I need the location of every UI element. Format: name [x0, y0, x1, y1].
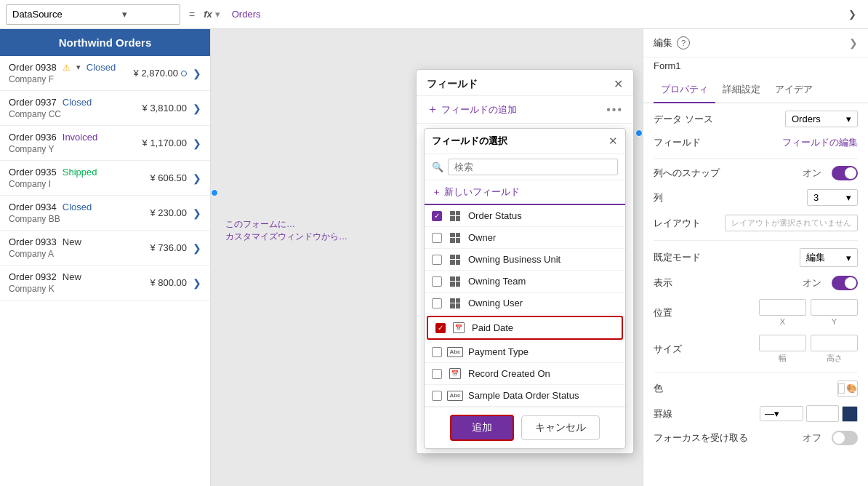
datasource-prop-select[interactable]: Orders ▾: [785, 111, 858, 127]
selection-dot: [181, 71, 187, 76]
size-inputs: 926 342 幅 高さ: [759, 335, 858, 364]
field-type-icon-grid: [448, 255, 462, 265]
list-item-main: Order 0935 Shipped Company I: [9, 167, 150, 189]
topbar-collapse-button[interactable]: ❯: [842, 4, 862, 25]
layout-placeholder: レイアウトが選択されていません: [731, 218, 851, 228]
tab-properties[interactable]: プロパティ: [654, 77, 715, 103]
fields-panel-more-icon[interactable]: •••: [606, 103, 623, 116]
help-icon: ?: [681, 39, 686, 47]
properties-panel: 編集 ? ❯ Form1 プロパティ 詳細設定 アイデア データ ソース Ord…: [643, 29, 868, 486]
layout-prop-select[interactable]: レイアウトが選択されていません: [725, 215, 858, 231]
fields-panel-add-row[interactable]: ＋ フィールドの追加 •••: [417, 96, 633, 124]
field-checkbox-owner[interactable]: [432, 233, 442, 243]
list-item-main: Order 0932 New Company K: [9, 271, 150, 294]
field-row-owning-user[interactable]: Owning User: [425, 292, 625, 314]
border-width-input[interactable]: 0: [806, 405, 839, 422]
field-search-input[interactable]: [448, 159, 618, 175]
field-checkbox-order-status[interactable]: ✓: [432, 211, 442, 221]
field-row-order-status[interactable]: ✓ Order Status: [425, 205, 625, 227]
props-divider3: [654, 373, 858, 373]
order-status: Shipped: [63, 167, 97, 178]
field-checkbox-owning-user[interactable]: [432, 298, 442, 308]
list-item[interactable]: Order 0935 Shipped Company I ¥ 606.50 ❯: [0, 161, 210, 196]
topbar-chevron-icon: ❯: [848, 9, 856, 20]
snap-on-label: オン: [803, 167, 821, 180]
list-item[interactable]: Order 0933 New Company A ¥ 736.00 ❯: [0, 231, 210, 266]
field-checkbox-sample-data-order-status[interactable]: [432, 391, 442, 401]
field-row-owning-team[interactable]: Owning Team: [425, 271, 625, 292]
field-row-record-created-on[interactable]: 📅 Record Created On: [425, 363, 625, 385]
mode-select-chevron-icon: ▾: [846, 252, 851, 263]
field-row-owning-business-unit[interactable]: Owning Business Unit: [425, 249, 625, 271]
order-id: Order 0934: [9, 202, 57, 212]
list-item[interactable]: Order 0932 New Company K ¥ 800.00 ❯: [0, 266, 210, 300]
size-wh-inputs: 926 342: [759, 335, 858, 351]
field-name-owning-business-unit: Owning Business Unit: [468, 254, 560, 265]
field-checkbox-owning-team[interactable]: [432, 276, 442, 287]
tab-ideas[interactable]: アイデア: [768, 77, 820, 103]
props-color-row: 色 🎨: [654, 381, 858, 397]
datasource-selector[interactable]: DataSource ▾: [6, 4, 180, 25]
focus-toggle[interactable]: [832, 431, 858, 445]
color-picker-button[interactable]: 🎨: [837, 381, 858, 397]
field-checkbox-record-created-on[interactable]: [432, 369, 442, 379]
field-checkbox-payment-type[interactable]: [432, 347, 442, 357]
field-name-paid-date: Paid Date: [472, 322, 513, 333]
fx-chevron-icon: ▾: [215, 9, 220, 20]
y-axis-label: Y: [811, 317, 858, 326]
list-item[interactable]: Order 0934 Closed Company BB ¥ 230.00 ❯: [0, 196, 210, 231]
list-item[interactable]: Order 0938 ⚠ ▾ Closed Company F ¥ 2,870.…: [0, 56, 210, 91]
field-row-payment-type[interactable]: Abc Payment Type: [425, 341, 625, 363]
border-style-select[interactable]: — ▾: [760, 406, 803, 421]
props-collapse-button[interactable]: ❯: [849, 37, 858, 49]
field-panel-footer: 追加 キャンセル: [425, 407, 625, 448]
size-prop-label: サイズ: [654, 343, 753, 356]
list-item-title: Order 0932 New: [9, 271, 150, 282]
field-checkbox-paid-date[interactable]: ✓: [435, 323, 446, 333]
tab-advanced[interactable]: 詳細設定: [715, 77, 768, 103]
add-button[interactable]: 追加: [450, 415, 514, 441]
list-item[interactable]: Order 0936 Invoiced Company Y ¥ 1,170.00…: [0, 126, 210, 161]
fx-button[interactable]: fx ▾: [204, 9, 220, 20]
field-type-icon-grid: [448, 211, 462, 221]
mode-prop-select[interactable]: 編集 ▾: [800, 248, 858, 267]
size-height-input[interactable]: 342: [811, 335, 858, 351]
field-select-close-button[interactable]: ✕: [608, 135, 618, 148]
order-amount: ¥ 606.50: [150, 172, 187, 183]
order-amount: ¥ 3,810.00: [142, 103, 187, 113]
fields-edit-link[interactable]: フィールドの編集: [782, 136, 858, 149]
cancel-button[interactable]: キャンセル: [521, 415, 600, 440]
list-item-title: Order 0933 New: [9, 236, 150, 247]
props-mode-row: 既定モード 編集 ▾: [654, 248, 858, 267]
list-item-title: Order 0936 Invoiced: [9, 132, 142, 143]
snap-toggle[interactable]: [832, 166, 858, 180]
field-row-sample-data-order-status[interactable]: Abc Sample Data Order Status: [425, 385, 625, 407]
field-type-icon-grid: [448, 298, 462, 308]
size-width-input[interactable]: 926: [759, 335, 806, 351]
props-help-button[interactable]: ?: [677, 36, 690, 49]
field-type-icon-grid: [448, 233, 462, 243]
order-company: Company CC: [9, 109, 142, 119]
fields-panel-close-button[interactable]: ✕: [614, 77, 623, 91]
resize-handle-top-right[interactable]: [635, 130, 643, 137]
mode-prop-value: 編集: [806, 251, 825, 264]
order-id: Order 0937: [9, 97, 57, 108]
field-checkbox-owning-business-unit[interactable]: [432, 255, 442, 265]
list-item[interactable]: Order 0937 Closed Company CC ¥ 3,810.00 …: [0, 91, 210, 126]
columns-prop-select[interactable]: 3 ▾: [807, 189, 858, 206]
position-x-input[interactable]: 440: [759, 299, 806, 316]
visible-toggle[interactable]: [832, 276, 858, 290]
focus-prop-label: フォーカスを受け取る: [654, 431, 797, 445]
fields-prop-label: フィールド: [654, 136, 776, 149]
formula-bar[interactable]: Orders: [226, 9, 836, 20]
snap-prop-label: 列へのスナップ: [654, 167, 797, 180]
new-field-button[interactable]: ＋ 新しいフィールド: [425, 180, 625, 205]
field-row-owner[interactable]: Owner: [425, 227, 625, 249]
resize-handle-left-mid[interactable]: [211, 189, 218, 196]
position-y-input[interactable]: 60: [811, 299, 858, 316]
border-color-swatch[interactable]: [842, 406, 858, 422]
mode-prop-label: 既定モード: [654, 251, 794, 264]
width-label: 幅: [759, 353, 806, 364]
field-row-paid-date[interactable]: ✓ 📅 Paid Date: [427, 316, 623, 340]
border-line-icon: —: [765, 408, 774, 419]
